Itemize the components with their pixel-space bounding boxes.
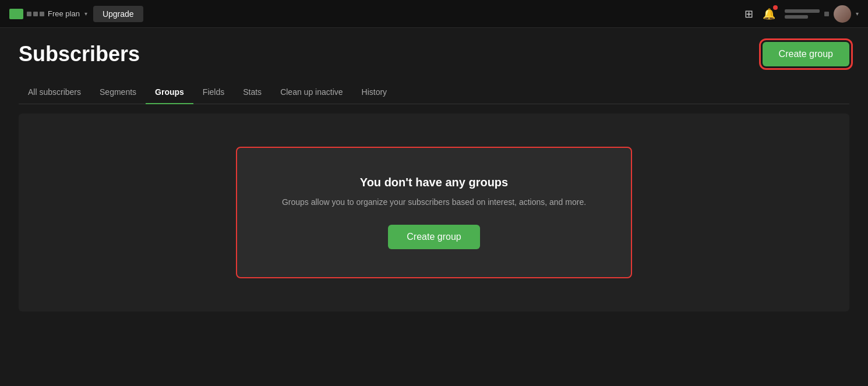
page-header: Subscribers Create group: [19, 42, 849, 66]
tabs-bar: All subscribers Segments Groups Fields S…: [19, 80, 849, 104]
main-content-area: You don't have any groups Groups allow y…: [19, 114, 849, 311]
plan-text: Free plan: [48, 9, 80, 18]
plan-icon: [9, 9, 23, 19]
navbar-right: ⊞ 🔔 ▾: [744, 5, 859, 23]
plan-badge: Free plan ▾: [9, 9, 87, 19]
tab-groups[interactable]: Groups: [146, 80, 193, 104]
user-info-placeholder: [785, 9, 820, 19]
navbar-left: Free plan ▾ Upgrade: [9, 6, 143, 22]
tab-history[interactable]: History: [352, 80, 397, 104]
tab-fields[interactable]: Fields: [193, 80, 234, 104]
tab-segments[interactable]: Segments: [90, 80, 146, 104]
plan-dot-3: [40, 12, 44, 16]
navbar: Free plan ▾ Upgrade ⊞ 🔔 ▾: [0, 0, 868, 28]
notifications-button[interactable]: 🔔: [763, 8, 775, 20]
avatar-chevron-icon: ▾: [856, 10, 859, 17]
upgrade-button[interactable]: Upgrade: [93, 6, 143, 22]
user-bar-1: [785, 9, 820, 13]
tab-clean-up-inactive[interactable]: Clean up inactive: [271, 80, 352, 104]
plan-dot-2: [33, 12, 38, 16]
grid-icon[interactable]: ⊞: [744, 8, 753, 20]
tab-stats[interactable]: Stats: [234, 80, 271, 104]
page-content: Subscribers Create group All subscribers…: [0, 28, 868, 325]
user-section[interactable]: ▾: [785, 5, 859, 23]
plan-dots: [27, 12, 44, 16]
empty-state-title: You don't have any groups: [260, 176, 608, 189]
page-title: Subscribers: [19, 42, 140, 66]
plan-chevron-icon: ▾: [84, 10, 87, 17]
user-bar-dot: [824, 12, 829, 16]
avatar: [834, 5, 851, 23]
plan-dot-1: [27, 12, 31, 16]
empty-state-card: You don't have any groups Groups allow y…: [236, 147, 632, 278]
create-group-card-button[interactable]: Create group: [388, 225, 479, 249]
create-group-header-button[interactable]: Create group: [763, 42, 849, 66]
bell-icon: 🔔: [763, 8, 775, 20]
notification-badge: [773, 5, 778, 10]
empty-state-description: Groups allow you to organize your subscr…: [260, 196, 608, 208]
tab-all-subscribers[interactable]: All subscribers: [19, 80, 90, 104]
user-bar-2: [785, 15, 808, 19]
